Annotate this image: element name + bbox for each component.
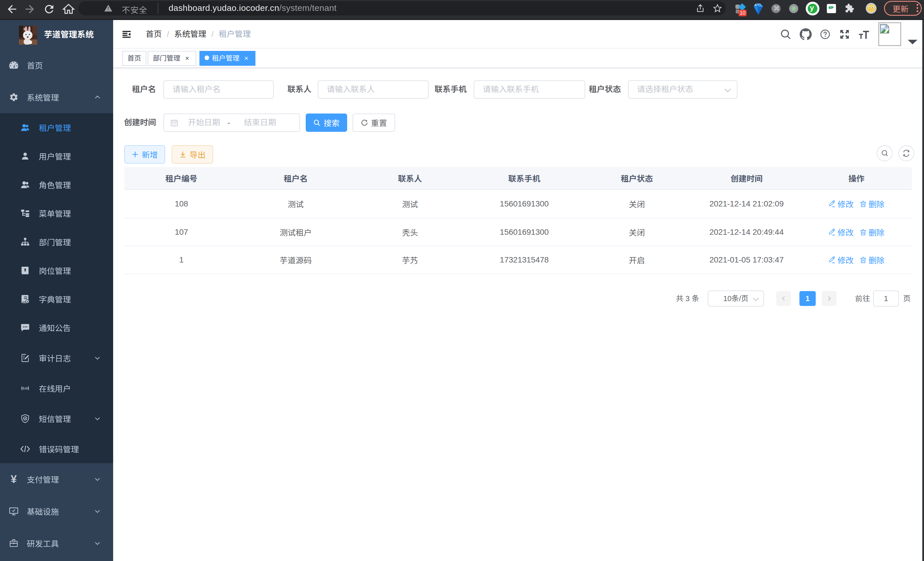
- svg-text:a: a: [24, 386, 26, 390]
